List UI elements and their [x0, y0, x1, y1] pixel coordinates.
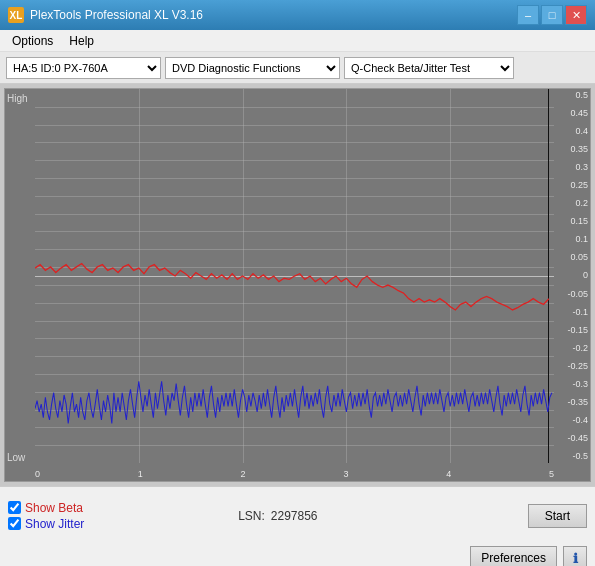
y-label-16: -0.3 [558, 380, 588, 389]
y-label-0: 0.5 [558, 91, 588, 100]
y-label-19: -0.45 [558, 434, 588, 443]
y-axis: 0.5 0.45 0.4 0.35 0.3 0.25 0.2 0.15 0.1 … [558, 89, 588, 463]
toolbar: HA:5 ID:0 PX-760A DVD Diagnostic Functio… [0, 52, 595, 84]
y-label-17: -0.35 [558, 398, 588, 407]
y-label-20: -0.5 [558, 452, 588, 461]
y-label-3: 0.35 [558, 145, 588, 154]
y-label-18: -0.4 [558, 416, 588, 425]
menu-help[interactable]: Help [61, 32, 102, 50]
minimize-button[interactable]: – [517, 5, 539, 25]
bottom-left: Show Beta Show Jitter [8, 501, 218, 531]
chart-low-label: Low [7, 452, 25, 463]
window-title: PlexTools Professional XL V3.16 [30, 8, 203, 22]
app-icon: XL [8, 7, 24, 23]
function-select[interactable]: DVD Diagnostic Functions [165, 57, 340, 79]
y-label-14: -0.2 [558, 344, 588, 353]
test-select[interactable]: Q-Check Beta/Jitter Test [344, 57, 514, 79]
start-button[interactable]: Start [528, 504, 587, 528]
second-row: Preferences ℹ [0, 544, 595, 566]
title-bar: XL PlexTools Professional XL V3.16 – □ ✕ [0, 0, 595, 30]
y-label-10: 0 [558, 271, 588, 280]
menu-options[interactable]: Options [4, 32, 61, 50]
show-jitter-checkbox[interactable] [8, 517, 21, 530]
close-button[interactable]: ✕ [565, 5, 587, 25]
y-label-9: 0.05 [558, 253, 588, 262]
drive-select[interactable]: HA:5 ID:0 PX-760A [6, 57, 161, 79]
chart-svg [35, 89, 554, 463]
title-bar-left: XL PlexTools Professional XL V3.16 [8, 7, 203, 23]
chart-container: High Low [4, 88, 591, 482]
y-label-12: -0.1 [558, 308, 588, 317]
x-label-1: 1 [138, 469, 143, 479]
y-label-6: 0.2 [558, 199, 588, 208]
x-label-5: 5 [549, 469, 554, 479]
y-label-8: 0.1 [558, 235, 588, 244]
x-label-2: 2 [241, 469, 246, 479]
maximize-button[interactable]: □ [541, 5, 563, 25]
y-label-5: 0.25 [558, 181, 588, 190]
menu-bar: Options Help [0, 30, 595, 52]
y-label-15: -0.25 [558, 362, 588, 371]
preferences-button[interactable]: Preferences [470, 546, 557, 566]
lsn-section: LSN: 2297856 [238, 509, 317, 523]
show-jitter-label: Show Jitter [25, 517, 84, 531]
main-content: High Low [0, 84, 595, 486]
y-label-2: 0.4 [558, 127, 588, 136]
chart-plot-area [35, 89, 554, 463]
lsn-value: 2297856 [271, 509, 318, 523]
bottom-right: Start [528, 504, 587, 528]
y-label-7: 0.15 [558, 217, 588, 226]
y-label-4: 0.3 [558, 163, 588, 172]
x-label-0: 0 [35, 469, 40, 479]
y-label-11: -0.05 [558, 290, 588, 299]
info-button[interactable]: ℹ [563, 546, 587, 566]
lsn-label: LSN: [238, 509, 265, 523]
x-label-4: 4 [446, 469, 451, 479]
show-beta-label: Show Beta [25, 501, 83, 515]
bottom-panel: Show Beta Show Jitter LSN: 2297856 Start [0, 486, 595, 544]
x-axis: 0 1 2 3 4 5 [35, 469, 554, 479]
y-label-13: -0.15 [558, 326, 588, 335]
show-jitter-row: Show Jitter [8, 517, 218, 531]
show-beta-row: Show Beta [8, 501, 218, 515]
x-label-3: 3 [343, 469, 348, 479]
show-beta-checkbox[interactable] [8, 501, 21, 514]
chart-high-label: High [7, 93, 28, 104]
title-bar-controls: – □ ✕ [517, 5, 587, 25]
y-label-1: 0.45 [558, 109, 588, 118]
